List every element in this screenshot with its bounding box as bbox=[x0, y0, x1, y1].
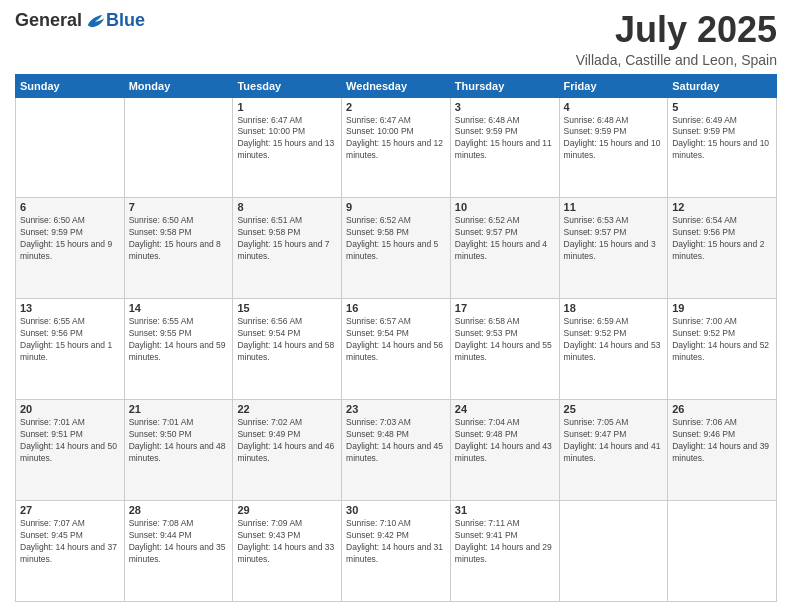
calendar-cell: 2Sunrise: 6:47 AM Sunset: 10:00 PM Dayli… bbox=[342, 97, 451, 198]
day-number: 11 bbox=[564, 201, 664, 213]
weekday-header: Monday bbox=[124, 74, 233, 97]
weekday-header: Thursday bbox=[450, 74, 559, 97]
day-number: 16 bbox=[346, 302, 446, 314]
calendar-cell: 8Sunrise: 6:51 AM Sunset: 9:58 PM Daylig… bbox=[233, 198, 342, 299]
page: General Blue July 2025 Villada, Castille… bbox=[0, 0, 792, 612]
calendar-cell: 17Sunrise: 6:58 AM Sunset: 9:53 PM Dayli… bbox=[450, 299, 559, 400]
day-info: Sunrise: 6:58 AM Sunset: 9:53 PM Dayligh… bbox=[455, 316, 555, 364]
day-number: 14 bbox=[129, 302, 229, 314]
calendar-cell: 18Sunrise: 6:59 AM Sunset: 9:52 PM Dayli… bbox=[559, 299, 668, 400]
calendar-cell: 28Sunrise: 7:08 AM Sunset: 9:44 PM Dayli… bbox=[124, 501, 233, 602]
calendar-cell bbox=[16, 97, 125, 198]
calendar-cell: 30Sunrise: 7:10 AM Sunset: 9:42 PM Dayli… bbox=[342, 501, 451, 602]
day-info: Sunrise: 7:10 AM Sunset: 9:42 PM Dayligh… bbox=[346, 518, 446, 566]
day-number: 6 bbox=[20, 201, 120, 213]
weekday-header: Wednesday bbox=[342, 74, 451, 97]
calendar-cell: 15Sunrise: 6:56 AM Sunset: 9:54 PM Dayli… bbox=[233, 299, 342, 400]
calendar-cell bbox=[124, 97, 233, 198]
calendar-week-row: 13Sunrise: 6:55 AM Sunset: 9:56 PM Dayli… bbox=[16, 299, 777, 400]
day-number: 8 bbox=[237, 201, 337, 213]
calendar-cell: 31Sunrise: 7:11 AM Sunset: 9:41 PM Dayli… bbox=[450, 501, 559, 602]
day-info: Sunrise: 7:02 AM Sunset: 9:49 PM Dayligh… bbox=[237, 417, 337, 465]
calendar-cell: 9Sunrise: 6:52 AM Sunset: 9:58 PM Daylig… bbox=[342, 198, 451, 299]
day-number: 2 bbox=[346, 101, 446, 113]
day-number: 7 bbox=[129, 201, 229, 213]
day-info: Sunrise: 6:48 AM Sunset: 9:59 PM Dayligh… bbox=[455, 115, 555, 163]
day-info: Sunrise: 6:55 AM Sunset: 9:55 PM Dayligh… bbox=[129, 316, 229, 364]
day-number: 31 bbox=[455, 504, 555, 516]
day-number: 25 bbox=[564, 403, 664, 415]
day-number: 17 bbox=[455, 302, 555, 314]
day-number: 24 bbox=[455, 403, 555, 415]
day-number: 18 bbox=[564, 302, 664, 314]
day-info: Sunrise: 6:51 AM Sunset: 9:58 PM Dayligh… bbox=[237, 215, 337, 263]
day-number: 13 bbox=[20, 302, 120, 314]
calendar-cell: 4Sunrise: 6:48 AM Sunset: 9:59 PM Daylig… bbox=[559, 97, 668, 198]
day-info: Sunrise: 6:50 AM Sunset: 9:58 PM Dayligh… bbox=[129, 215, 229, 263]
weekday-header: Friday bbox=[559, 74, 668, 97]
calendar-cell: 22Sunrise: 7:02 AM Sunset: 9:49 PM Dayli… bbox=[233, 400, 342, 501]
day-number: 3 bbox=[455, 101, 555, 113]
weekday-header: Saturday bbox=[668, 74, 777, 97]
logo-blue-text: Blue bbox=[106, 10, 145, 31]
day-number: 10 bbox=[455, 201, 555, 213]
day-info: Sunrise: 6:53 AM Sunset: 9:57 PM Dayligh… bbox=[564, 215, 664, 263]
calendar-cell: 7Sunrise: 6:50 AM Sunset: 9:58 PM Daylig… bbox=[124, 198, 233, 299]
calendar-cell: 1Sunrise: 6:47 AM Sunset: 10:00 PM Dayli… bbox=[233, 97, 342, 198]
calendar-cell: 24Sunrise: 7:04 AM Sunset: 9:48 PM Dayli… bbox=[450, 400, 559, 501]
day-info: Sunrise: 6:57 AM Sunset: 9:54 PM Dayligh… bbox=[346, 316, 446, 364]
header: General Blue July 2025 Villada, Castille… bbox=[15, 10, 777, 68]
calendar-cell: 13Sunrise: 6:55 AM Sunset: 9:56 PM Dayli… bbox=[16, 299, 125, 400]
day-number: 28 bbox=[129, 504, 229, 516]
day-number: 19 bbox=[672, 302, 772, 314]
day-info: Sunrise: 6:48 AM Sunset: 9:59 PM Dayligh… bbox=[564, 115, 664, 163]
calendar-cell: 20Sunrise: 7:01 AM Sunset: 9:51 PM Dayli… bbox=[16, 400, 125, 501]
day-info: Sunrise: 6:54 AM Sunset: 9:56 PM Dayligh… bbox=[672, 215, 772, 263]
calendar-cell: 12Sunrise: 6:54 AM Sunset: 9:56 PM Dayli… bbox=[668, 198, 777, 299]
day-number: 9 bbox=[346, 201, 446, 213]
day-info: Sunrise: 6:47 AM Sunset: 10:00 PM Daylig… bbox=[346, 115, 446, 163]
calendar-cell: 27Sunrise: 7:07 AM Sunset: 9:45 PM Dayli… bbox=[16, 501, 125, 602]
day-info: Sunrise: 6:56 AM Sunset: 9:54 PM Dayligh… bbox=[237, 316, 337, 364]
day-info: Sunrise: 6:47 AM Sunset: 10:00 PM Daylig… bbox=[237, 115, 337, 163]
calendar-week-row: 6Sunrise: 6:50 AM Sunset: 9:59 PM Daylig… bbox=[16, 198, 777, 299]
calendar-week-row: 27Sunrise: 7:07 AM Sunset: 9:45 PM Dayli… bbox=[16, 501, 777, 602]
day-info: Sunrise: 7:11 AM Sunset: 9:41 PM Dayligh… bbox=[455, 518, 555, 566]
day-info: Sunrise: 7:00 AM Sunset: 9:52 PM Dayligh… bbox=[672, 316, 772, 364]
calendar-cell: 19Sunrise: 7:00 AM Sunset: 9:52 PM Dayli… bbox=[668, 299, 777, 400]
calendar-week-row: 1Sunrise: 6:47 AM Sunset: 10:00 PM Dayli… bbox=[16, 97, 777, 198]
day-info: Sunrise: 7:08 AM Sunset: 9:44 PM Dayligh… bbox=[129, 518, 229, 566]
day-number: 21 bbox=[129, 403, 229, 415]
calendar-cell: 5Sunrise: 6:49 AM Sunset: 9:59 PM Daylig… bbox=[668, 97, 777, 198]
day-info: Sunrise: 6:55 AM Sunset: 9:56 PM Dayligh… bbox=[20, 316, 120, 364]
main-title: July 2025 bbox=[576, 10, 777, 50]
day-info: Sunrise: 7:05 AM Sunset: 9:47 PM Dayligh… bbox=[564, 417, 664, 465]
day-number: 1 bbox=[237, 101, 337, 113]
calendar-cell: 14Sunrise: 6:55 AM Sunset: 9:55 PM Dayli… bbox=[124, 299, 233, 400]
day-number: 29 bbox=[237, 504, 337, 516]
calendar-cell: 21Sunrise: 7:01 AM Sunset: 9:50 PM Dayli… bbox=[124, 400, 233, 501]
logo: General Blue bbox=[15, 10, 145, 31]
calendar-cell: 29Sunrise: 7:09 AM Sunset: 9:43 PM Dayli… bbox=[233, 501, 342, 602]
day-number: 26 bbox=[672, 403, 772, 415]
day-info: Sunrise: 7:01 AM Sunset: 9:50 PM Dayligh… bbox=[129, 417, 229, 465]
day-info: Sunrise: 7:09 AM Sunset: 9:43 PM Dayligh… bbox=[237, 518, 337, 566]
day-info: Sunrise: 6:52 AM Sunset: 9:57 PM Dayligh… bbox=[455, 215, 555, 263]
calendar-cell: 16Sunrise: 6:57 AM Sunset: 9:54 PM Dayli… bbox=[342, 299, 451, 400]
day-number: 5 bbox=[672, 101, 772, 113]
calendar: SundayMondayTuesdayWednesdayThursdayFrid… bbox=[15, 74, 777, 602]
day-info: Sunrise: 7:07 AM Sunset: 9:45 PM Dayligh… bbox=[20, 518, 120, 566]
day-number: 20 bbox=[20, 403, 120, 415]
day-number: 15 bbox=[237, 302, 337, 314]
calendar-cell bbox=[559, 501, 668, 602]
calendar-week-row: 20Sunrise: 7:01 AM Sunset: 9:51 PM Dayli… bbox=[16, 400, 777, 501]
calendar-cell bbox=[668, 501, 777, 602]
day-info: Sunrise: 7:06 AM Sunset: 9:46 PM Dayligh… bbox=[672, 417, 772, 465]
day-number: 12 bbox=[672, 201, 772, 213]
calendar-cell: 26Sunrise: 7:06 AM Sunset: 9:46 PM Dayli… bbox=[668, 400, 777, 501]
day-number: 27 bbox=[20, 504, 120, 516]
logo-bird-icon bbox=[86, 12, 104, 30]
title-area: July 2025 Villada, Castille and Leon, Sp… bbox=[576, 10, 777, 68]
calendar-cell: 6Sunrise: 6:50 AM Sunset: 9:59 PM Daylig… bbox=[16, 198, 125, 299]
day-info: Sunrise: 6:59 AM Sunset: 9:52 PM Dayligh… bbox=[564, 316, 664, 364]
